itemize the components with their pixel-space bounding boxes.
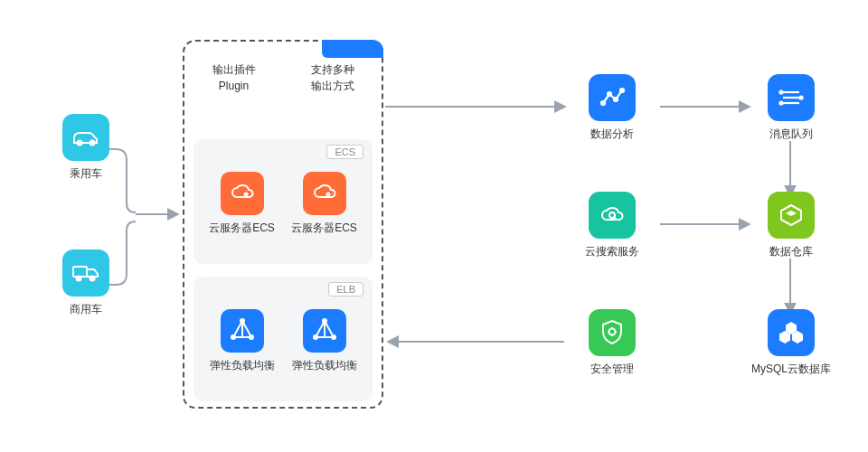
analytics-label: 数据分析 xyxy=(590,127,634,142)
elb-item-1-label: 弹性负载均衡 xyxy=(210,358,275,373)
mq-label: 消息队列 xyxy=(769,127,813,142)
svg-point-11 xyxy=(314,335,317,339)
security-label: 安全管理 xyxy=(590,362,634,377)
center-top-right-line1: 支持多种 xyxy=(311,61,354,78)
svg-point-8 xyxy=(231,335,235,339)
ecs-item-2-label: 云服务器ECS xyxy=(291,221,357,236)
svg-point-21 xyxy=(800,97,803,99)
svg-point-22 xyxy=(780,102,783,105)
svg-point-23 xyxy=(609,212,615,218)
center-top-left: 输出插件 Plugin xyxy=(212,61,256,94)
cloud-search-icon xyxy=(589,192,636,239)
node-mq: 消息队列 xyxy=(750,74,832,142)
node-truck: 商用车 xyxy=(45,250,127,317)
svg-point-3 xyxy=(77,277,81,281)
center-top-right: 支持多种 输出方式 xyxy=(311,61,354,94)
load-balancer-icon xyxy=(221,309,264,353)
warehouse-icon xyxy=(768,192,815,239)
security-icon xyxy=(589,309,636,356)
center-container: 输出插件 Plugin 支持多种 输出方式 ECS 云服务器ECS 云服务器EC… xyxy=(183,40,383,409)
ecs-item-1-label: 云服务器ECS xyxy=(209,221,275,236)
elb-item-2: 弹性负载均衡 xyxy=(292,309,357,387)
svg-point-9 xyxy=(250,335,253,339)
ecs-box: ECS 云服务器ECS 云服务器ECS xyxy=(193,139,373,264)
center-top-left-line2: Plugin xyxy=(212,78,256,94)
analytics-icon xyxy=(589,74,636,121)
center-top-left-line1: 输出插件 xyxy=(212,61,256,78)
node-warehouse: 数据仓库 xyxy=(750,192,832,259)
svg-marker-26 xyxy=(786,211,797,216)
svg-rect-2 xyxy=(73,267,87,277)
node-mysql: MySQL云数据库 xyxy=(750,309,832,377)
center-top-right-line2: 输出方式 xyxy=(311,78,354,94)
cloud-server-icon xyxy=(221,172,264,215)
elb-tag: ELB xyxy=(328,282,363,297)
cloud-server-icon xyxy=(303,172,346,215)
svg-point-27 xyxy=(609,329,616,335)
ecs-tag: ECS xyxy=(326,145,363,159)
svg-point-5 xyxy=(244,193,247,196)
svg-point-4 xyxy=(90,277,95,281)
node-security: 安全管理 xyxy=(571,309,653,377)
svg-point-6 xyxy=(326,193,329,196)
svg-point-20 xyxy=(780,91,783,94)
ecs-item-1: 云服务器ECS xyxy=(209,172,275,250)
car-label: 乘用车 xyxy=(70,166,102,182)
elb-box: ELB 弹性负载均衡 弹性负载均衡 xyxy=(193,277,373,401)
truck-icon xyxy=(62,250,109,297)
center-top-row: 输出插件 Plugin 支持多种 输出方式 xyxy=(184,61,382,94)
load-balancer-icon xyxy=(303,309,346,353)
diagram-connectors xyxy=(0,0,868,452)
node-search: 云搜索服务 xyxy=(571,192,653,259)
svg-point-0 xyxy=(78,141,82,146)
elb-item-2-label: 弹性负载均衡 xyxy=(292,358,357,373)
mysql-icon xyxy=(768,309,815,356)
mysql-label: MySQL云数据库 xyxy=(751,362,831,377)
ecs-item-2: 云服务器ECS xyxy=(291,172,357,250)
node-car: 乘用车 xyxy=(45,114,127,182)
warehouse-label: 数据仓库 xyxy=(769,244,813,259)
elb-item-1: 弹性负载均衡 xyxy=(210,309,275,387)
center-tab xyxy=(322,40,383,58)
svg-point-12 xyxy=(332,335,335,339)
truck-label: 商用车 xyxy=(70,302,102,317)
message-queue-icon xyxy=(768,74,815,121)
node-analytics: 数据分析 xyxy=(571,74,653,142)
search-label: 云搜索服务 xyxy=(585,244,639,259)
svg-point-1 xyxy=(90,141,95,146)
car-icon xyxy=(62,114,109,161)
